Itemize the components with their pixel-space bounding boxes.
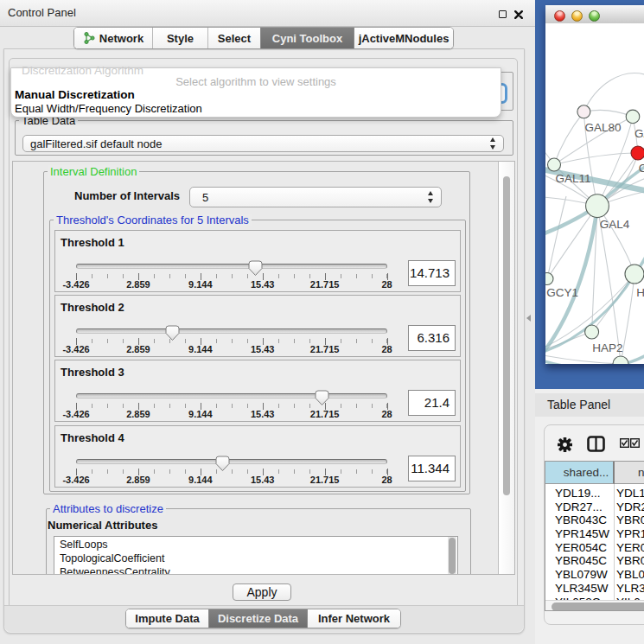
svg-text:HAP2: HAP2 <box>592 341 622 354</box>
svg-text:HS: HS <box>636 286 644 299</box>
svg-text:GAL4: GAL4 <box>600 218 630 231</box>
svg-text:GAL80: GAL80 <box>585 121 622 134</box>
svg-text:CD: CD <box>639 162 644 175</box>
svg-text:GA: GA <box>634 127 644 140</box>
svg-text:GAL11: GAL11 <box>556 172 591 185</box>
svg-text:GCY1: GCY1 <box>546 286 578 299</box>
